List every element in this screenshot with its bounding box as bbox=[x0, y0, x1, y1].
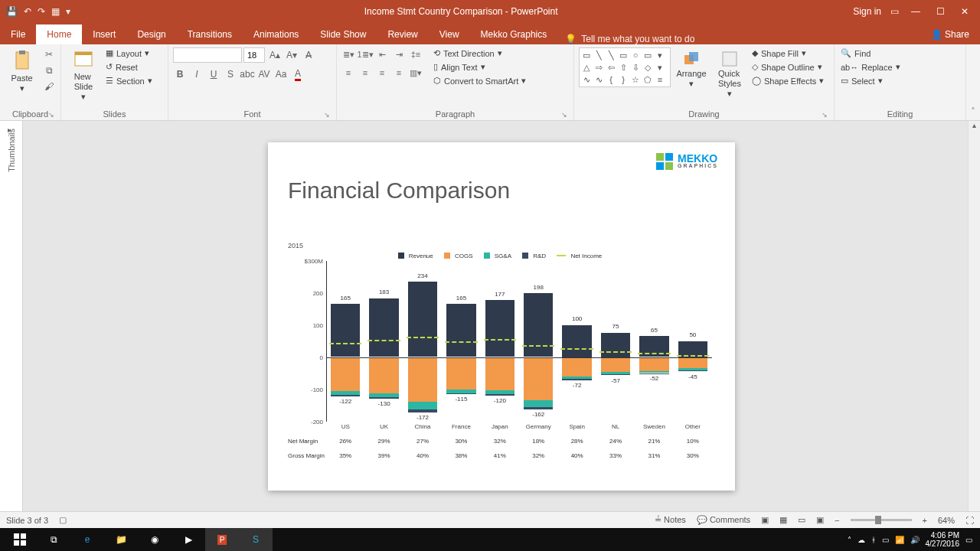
normal-view-icon[interactable]: ▣ bbox=[761, 515, 769, 525]
maximize-button[interactable]: ☐ bbox=[933, 6, 948, 17]
tab-design[interactable]: Design bbox=[126, 24, 176, 44]
battery-icon[interactable]: ▭ bbox=[882, 536, 889, 544]
comments-button[interactable]: 💬 Comments bbox=[697, 515, 750, 525]
start-button[interactable] bbox=[3, 528, 37, 551]
tray-up-icon[interactable]: ˄ bbox=[848, 536, 851, 544]
minimize-button[interactable]: — bbox=[908, 6, 923, 17]
tab-insert[interactable]: Insert bbox=[82, 24, 126, 44]
zoom-out-icon[interactable]: − bbox=[835, 516, 839, 525]
ribbon-display-icon[interactable]: ▭ bbox=[890, 6, 899, 17]
italic-icon[interactable]: I bbox=[190, 67, 204, 81]
undo-icon[interactable]: ↶ bbox=[24, 6, 31, 17]
columns-icon[interactable]: ▥▾ bbox=[409, 66, 423, 80]
sorter-view-icon[interactable]: ▦ bbox=[779, 515, 787, 525]
section-button[interactable]: ☰ Section ▾ bbox=[104, 75, 154, 86]
cut-icon[interactable]: ✂ bbox=[42, 47, 56, 61]
layout-button[interactable]: ▦ Layout ▾ bbox=[104, 47, 154, 59]
onedrive-icon[interactable]: ☁ bbox=[858, 536, 865, 544]
align-text-button[interactable]: ▯ Align Text ▾ bbox=[432, 61, 528, 73]
slide-counter[interactable]: Slide 3 of 3 bbox=[6, 516, 48, 525]
line-spacing-icon[interactable]: ‡≡ bbox=[409, 47, 423, 61]
font-color-icon[interactable]: A bbox=[291, 67, 305, 81]
collapse-ribbon-icon[interactable]: ˄ bbox=[966, 44, 980, 120]
edge-icon[interactable]: e bbox=[70, 528, 104, 551]
find-button[interactable]: 🔍 Find bbox=[839, 47, 902, 59]
explorer-icon[interactable]: 📁 bbox=[104, 528, 138, 551]
change-case-icon[interactable]: Aa bbox=[274, 67, 288, 81]
increase-indent-icon[interactable]: ⇥ bbox=[392, 47, 406, 61]
align-right-icon[interactable]: ≡ bbox=[375, 66, 389, 80]
thumbnail-pane[interactable]: ▸ Thumbnails bbox=[0, 121, 23, 511]
quick-styles-button[interactable]: Quick Styles▾ bbox=[712, 47, 747, 103]
close-button[interactable]: ✕ bbox=[957, 6, 972, 17]
strikethrough-icon[interactable]: abc bbox=[240, 67, 254, 81]
zoom-level[interactable]: 64% bbox=[938, 516, 955, 525]
spacing-icon[interactable]: AV bbox=[257, 67, 271, 81]
sign-in-link[interactable]: Sign in bbox=[853, 6, 881, 17]
align-left-icon[interactable]: ≡ bbox=[341, 66, 355, 80]
paste-button[interactable]: Paste▾ bbox=[5, 47, 39, 96]
start-from-beginning-icon[interactable]: ▦ bbox=[51, 6, 60, 17]
text-direction-button[interactable]: ⟲ Text Direction ▾ bbox=[432, 47, 528, 59]
justify-icon[interactable]: ≡ bbox=[392, 66, 406, 80]
new-slide-button[interactable]: New Slide▾ bbox=[66, 47, 101, 106]
decrease-font-icon[interactable]: A▾ bbox=[285, 48, 299, 62]
slide[interactable]: MEKKOGRAPHICS Financial Comparison 2015 … bbox=[268, 142, 735, 491]
reading-view-icon[interactable]: ▭ bbox=[798, 515, 805, 525]
tab-file[interactable]: File bbox=[0, 24, 36, 44]
scroll-up-icon[interactable]: ▴ bbox=[969, 121, 980, 133]
tab-review[interactable]: Review bbox=[377, 24, 428, 44]
bullets-icon[interactable]: ≣▾ bbox=[341, 47, 355, 61]
clock[interactable]: 4:06 PM4/27/2016 bbox=[926, 531, 960, 548]
chrome-icon[interactable]: ◉ bbox=[138, 528, 172, 551]
save-icon[interactable]: 💾 bbox=[6, 6, 18, 17]
redo-icon[interactable]: ↷ bbox=[38, 6, 45, 17]
bold-icon[interactable]: B bbox=[173, 67, 187, 81]
zoom-slider[interactable] bbox=[851, 519, 912, 521]
snagit-icon[interactable]: S bbox=[239, 528, 273, 551]
notes-button[interactable]: ≟ Notes bbox=[655, 515, 686, 525]
tab-animations[interactable]: Animations bbox=[243, 24, 309, 44]
dialog-launcher-icon[interactable]: ↘ bbox=[822, 111, 828, 119]
share-button[interactable]: 👤 Share bbox=[920, 24, 980, 44]
align-center-icon[interactable]: ≡ bbox=[358, 66, 372, 80]
powerpoint-icon[interactable]: P bbox=[205, 528, 239, 551]
tab-transitions[interactable]: Transitions bbox=[177, 24, 243, 44]
zoom-in-icon[interactable]: + bbox=[923, 516, 927, 525]
select-button[interactable]: ▭ Select ▾ bbox=[839, 75, 902, 86]
slideshow-view-icon[interactable]: ▣ bbox=[816, 515, 824, 525]
fit-to-window-icon[interactable]: ⛶ bbox=[965, 516, 974, 525]
shapes-gallery[interactable]: ▭╲╲▭○▭▾ △⇨⇦⇧⇩◇▾ ∿∿{}☆⬠≡ bbox=[579, 47, 671, 87]
font-name-input[interactable] bbox=[173, 47, 242, 63]
tell-me-box[interactable]: 💡Tell me what you want to do bbox=[565, 34, 694, 44]
shadow-icon[interactable]: S bbox=[224, 67, 237, 81]
volume-icon[interactable]: 🔊 bbox=[910, 536, 920, 544]
arrange-button[interactable]: Arrange▾ bbox=[674, 47, 709, 92]
bluetooth-icon[interactable]: ᚼ bbox=[871, 536, 876, 544]
font-size-input[interactable] bbox=[243, 47, 265, 63]
dialog-launcher-icon[interactable]: ↘ bbox=[48, 111, 54, 119]
tab-slideshow[interactable]: Slide Show bbox=[309, 24, 377, 44]
dialog-launcher-icon[interactable]: ↘ bbox=[324, 111, 330, 119]
smartart-button[interactable]: ⬡ Convert to SmartArt ▾ bbox=[432, 75, 528, 86]
spell-check-icon[interactable]: ▢ bbox=[59, 515, 67, 525]
qat-more-icon[interactable]: ▾ bbox=[66, 6, 70, 17]
decrease-indent-icon[interactable]: ⇤ bbox=[375, 47, 389, 61]
replace-button[interactable]: ab↔ Replace ▾ bbox=[839, 61, 902, 73]
wifi-icon[interactable]: 📶 bbox=[895, 536, 904, 544]
tab-mekko[interactable]: Mekko Graphics bbox=[470, 24, 558, 44]
format-painter-icon[interactable]: 🖌 bbox=[42, 80, 56, 93]
shape-fill-button[interactable]: ◆ Shape Fill ▾ bbox=[750, 47, 825, 59]
reset-button[interactable]: ↺ Reset bbox=[104, 61, 154, 73]
dialog-launcher-icon[interactable]: ↘ bbox=[561, 111, 567, 119]
underline-icon[interactable]: U bbox=[207, 67, 220, 81]
clear-formatting-icon[interactable]: A̶ bbox=[302, 48, 315, 62]
vertical-scrollbar[interactable]: ▴ bbox=[968, 121, 980, 511]
shape-effects-button[interactable]: ◯ Shape Effects ▾ bbox=[750, 75, 825, 86]
shape-outline-button[interactable]: ◇ Shape Outline ▾ bbox=[750, 61, 825, 73]
numbering-icon[interactable]: 1≣▾ bbox=[358, 47, 372, 61]
tab-home[interactable]: Home bbox=[36, 24, 82, 44]
media-icon[interactable]: ▶ bbox=[172, 528, 205, 551]
slide-canvas[interactable]: MEKKOGRAPHICS Financial Comparison 2015 … bbox=[23, 121, 980, 511]
copy-icon[interactable]: ⧉ bbox=[42, 64, 56, 77]
